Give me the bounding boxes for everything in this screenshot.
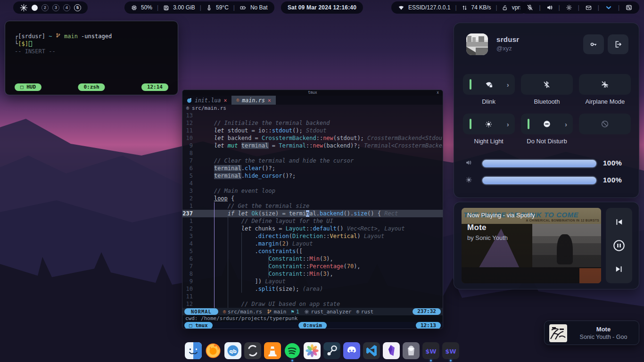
- mail-tray-icon[interactable]: [585, 5, 592, 11]
- quick-toggles-grid: ›DlinkBluetoothAirplane Mode›Night Light…: [460, 74, 634, 153]
- chevron-right-icon[interactable]: ›: [507, 120, 509, 128]
- tmux-session-pill: □ tmux: [184, 322, 213, 329]
- volume-value: 100%: [603, 159, 622, 167]
- code-line: 9 let mut terminal = Terminal::new(backe…: [182, 142, 443, 149]
- system-stats-island: 50% | 3.00 GiB | 59°C | No Bat: [124, 1, 274, 14]
- toggle-cell: ›Dlink: [460, 74, 518, 114]
- chevron-right-icon[interactable]: ›: [565, 120, 567, 128]
- logout-button[interactable]: [608, 34, 628, 54]
- toggle-bluetooth[interactable]: [521, 74, 573, 95]
- toggle-dlink[interactable]: ›: [463, 74, 515, 95]
- code-line: 4: [182, 180, 443, 187]
- volume-slider-row: 100%: [454, 159, 639, 169]
- line-number: 237: [182, 210, 197, 217]
- chevron-down-icon[interactable]: [605, 5, 612, 11]
- dock-firefox-icon[interactable]: [205, 342, 222, 359]
- volume-icon: [465, 159, 472, 166]
- tmux-window-pill[interactable]: 0:nvim: [298, 322, 327, 329]
- pause-button[interactable]: [606, 237, 632, 254]
- dock-obs-icon[interactable]: [244, 342, 261, 359]
- code-area[interactable]: 1312 // Initialize the terminal backend1…: [182, 112, 443, 308]
- logout-icon: [614, 40, 622, 49]
- workspace-4[interactable]: 4: [63, 4, 70, 11]
- previous-track-button[interactable]: [606, 214, 632, 230]
- launcher-logo-icon[interactable]: [20, 4, 28, 12]
- diagnostics-count: 1: [296, 309, 299, 315]
- lua-file-icon: [187, 98, 192, 103]
- btoff-icon: [543, 81, 551, 89]
- toggle-do-not-disturb[interactable]: ›: [521, 114, 573, 134]
- rust-file-icon: ®: [356, 309, 359, 314]
- dock-steam-icon[interactable]: [323, 342, 340, 359]
- toggle-label: Airplane Mode: [585, 98, 625, 106]
- code-line: 6 terminal.clear()?;: [182, 165, 443, 172]
- workspace-switcher: 2345: [32, 4, 81, 11]
- system-tray-island: | | | | |: [520, 1, 639, 14]
- line-number: 11: [182, 127, 197, 134]
- cwd-line: cwd: /home/srdusr/projects/typerpunk: [182, 315, 443, 322]
- brightness-slider[interactable]: [481, 176, 597, 185]
- workspace-2[interactable]: 2: [41, 4, 49, 11]
- svg-text:qb: qb: [229, 348, 237, 354]
- dock-spotify-icon[interactable]: [284, 342, 301, 359]
- dock-trash-icon[interactable]: [403, 342, 420, 359]
- tab-close-icon[interactable]: ×: [223, 97, 227, 104]
- toggle-cell: Airplane Mode: [576, 74, 634, 114]
- dock-sw-app-icon[interactable]: $W: [442, 342, 459, 359]
- toggle-night-light[interactable]: ›: [463, 114, 515, 134]
- quick-settings-icon[interactable]: [625, 4, 633, 11]
- toggle-airplane-mode[interactable]: [579, 74, 631, 95]
- cpu-icon: [131, 5, 137, 11]
- lsp-gear-icon: [304, 309, 309, 314]
- dock-photos-icon[interactable]: [304, 342, 321, 359]
- next-track-button[interactable]: [606, 261, 632, 278]
- window-close-button[interactable]: x: [437, 90, 439, 96]
- tab-init-lua[interactable]: init.lua ×: [182, 96, 231, 105]
- dock-file-manager-icon[interactable]: [185, 342, 202, 359]
- svg-text:$W: $W: [425, 348, 436, 355]
- toggle-blocked[interactable]: [579, 114, 631, 134]
- dock-discord-icon[interactable]: [343, 342, 360, 359]
- volume-icon[interactable]: [546, 4, 553, 11]
- now-playing-status: Now Playing - via Spotify: [467, 212, 535, 219]
- line-number: 2: [182, 195, 197, 202]
- code-line-current: 237 if let Ok(size) = terminal.backend()…: [182, 210, 443, 217]
- microphone-muted-icon[interactable]: [527, 4, 533, 11]
- clock-island: Sat 09 Mar 2024 12:16:40: [281, 1, 363, 14]
- rust-file-icon: ®: [236, 98, 239, 103]
- line-number: 2: [182, 225, 197, 232]
- dock-qbittorrent-icon[interactable]: qb: [224, 342, 241, 359]
- network-island: ESSID/127.0.0.1 | 74 KB/s | vpn: [391, 1, 528, 14]
- code-line: 1 // Get the terminal size: [182, 202, 443, 210]
- dock-vscode-icon[interactable]: [363, 342, 380, 359]
- battery-status: No Bat: [250, 4, 268, 11]
- key-icon: [589, 40, 598, 49]
- tmux-clock-pill: 12:13: [416, 322, 441, 329]
- wifi-icon: [398, 5, 405, 11]
- workspace-5[interactable]: 5: [74, 4, 81, 11]
- code-line: 11 let stdout = io::stdout(); Stdout: [182, 127, 443, 134]
- line-number: 3: [182, 232, 197, 240]
- temperature-icon: [206, 5, 212, 11]
- dock-sw-app-icon[interactable]: $W: [422, 342, 439, 359]
- dock-vlc-icon[interactable]: [264, 342, 281, 359]
- workspace-3[interactable]: 3: [52, 4, 59, 11]
- chevron-right-icon[interactable]: ›: [507, 81, 509, 89]
- volume-slider[interactable]: [481, 159, 597, 168]
- control-center-panel: srdusr @xyz ›DlinkBluetoothAirplane Mode…: [454, 23, 639, 198]
- blocked-icon: [601, 120, 609, 128]
- lsp-name: rust_analyzer: [311, 309, 352, 315]
- workspace-occupied-dot[interactable]: [32, 5, 38, 11]
- wifilock-icon: [484, 81, 494, 89]
- tab-close-icon[interactable]: ×: [268, 97, 271, 104]
- pause-icon: [612, 239, 626, 252]
- user-handle: @xyz: [496, 45, 512, 52]
- prompt-path: ~: [49, 33, 52, 40]
- line-number: 9: [182, 278, 197, 285]
- settings-gear-icon[interactable]: [566, 4, 572, 11]
- tab-main-rs[interactable]: ® main.rs ×: [231, 96, 275, 105]
- media-notification[interactable]: Mote Sonic Youth - Goo: [544, 321, 639, 345]
- password-key-button[interactable]: [583, 34, 604, 54]
- line-number: 12: [182, 300, 197, 308]
- dock-obsidian-icon[interactable]: [383, 342, 400, 359]
